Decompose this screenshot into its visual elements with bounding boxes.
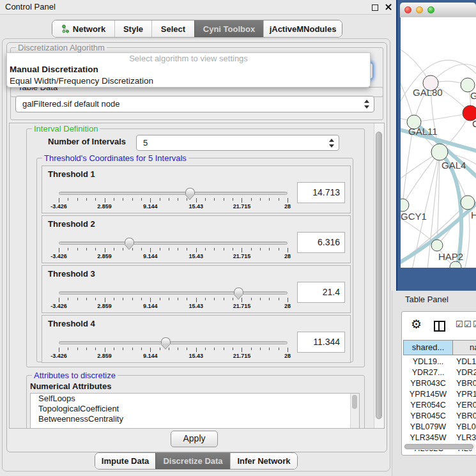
- tick-label: 15.43: [189, 253, 204, 259]
- tick-label: 9.144: [143, 203, 158, 210]
- table-data-value: galFiltered.sif default node: [22, 99, 119, 109]
- cell-name[interactable]: YER0: [453, 400, 476, 411]
- slider-thumb[interactable]: [234, 288, 243, 294]
- threshold-value-field[interactable]: 21.4: [297, 282, 345, 303]
- list-item-betweennesscentrality[interactable]: BetweennessCentrality: [31, 414, 359, 424]
- tick-mark: [242, 248, 242, 252]
- cell-name[interactable]: YBR0: [453, 411, 476, 422]
- tick-mark: [123, 348, 123, 350]
- scrollbar-thumb[interactable]: [376, 132, 382, 419]
- slider-track[interactable]: [59, 242, 288, 245]
- columns-icon[interactable]: [434, 321, 445, 332]
- tick-label: 15.43: [189, 353, 204, 359]
- cell-name[interactable]: YBL0: [453, 422, 476, 433]
- tick-label: -3.426: [50, 353, 67, 359]
- tab-infer-network[interactable]: Infer Network: [230, 453, 297, 469]
- table-row[interactable]: YBR043CYBR0: [403, 378, 476, 389]
- tick-mark: [86, 198, 87, 201]
- node-hap2[interactable]: [431, 240, 443, 251]
- list-item-selfloops[interactable]: SelfLoops: [31, 394, 359, 404]
- vertical-scrollbar[interactable]: [374, 123, 384, 428]
- column-header-shared-name[interactable]: shared...: [403, 340, 453, 355]
- tick-mark: [279, 248, 279, 250]
- cell-shared-name[interactable]: YDL19...: [403, 357, 453, 367]
- minimize-traffic-light-icon[interactable]: [416, 6, 423, 13]
- tick-mark: [169, 298, 169, 300]
- node-label: GAL80: [413, 87, 443, 98]
- node-gcy1[interactable]: [401, 199, 409, 211]
- tick-mark: [288, 348, 288, 352]
- tick-mark: [95, 348, 96, 350]
- table-row[interactable]: YDL19...YDL1: [403, 357, 476, 367]
- horizontal-scrollbar[interactable]: [404, 443, 475, 450]
- cell-shared-name[interactable]: YER054C: [403, 400, 453, 411]
- cell-shared-name[interactable]: YBL079W: [403, 422, 453, 433]
- tab-select[interactable]: Select: [151, 20, 194, 37]
- num-intervals-combobox[interactable]: 5: [136, 135, 339, 151]
- threshold-slider[interactable]: -3.4262.8599.14415.4321.71528: [59, 242, 288, 262]
- table-row[interactable]: YPR145WYPR1: [403, 389, 476, 400]
- network-window-titlebar[interactable]: [400, 3, 476, 18]
- tick-mark: [150, 298, 151, 302]
- slider-track[interactable]: [59, 291, 288, 295]
- tab-impute-data[interactable]: Impute Data: [95, 453, 155, 469]
- table-data-combobox[interactable]: galFiltered.sif default node: [15, 96, 374, 112]
- tab-style[interactable]: Style: [114, 20, 151, 37]
- cell-name[interactable]: YBR0: [453, 378, 476, 389]
- table-row[interactable]: YER054CYER0: [403, 400, 476, 411]
- list-item-topologicalcoefficient[interactable]: TopologicalCoefficient: [31, 404, 359, 414]
- cell-name[interactable]: YDR2: [453, 367, 476, 378]
- dropdown-option-equal-width-frequency-discretization[interactable]: Equal Width/Frequency Discretization: [7, 75, 370, 87]
- tick-mark: [59, 198, 59, 203]
- table-row[interactable]: YBL079WYBL0: [403, 422, 476, 433]
- checkbox-icon[interactable]: ☑: [464, 319, 472, 329]
- checkbox-icon[interactable]: ☑: [456, 319, 463, 329]
- hscrollbar-thumb[interactable]: [404, 444, 473, 449]
- node-h[interactable]: [461, 196, 475, 210]
- tab-network[interactable]: Network: [52, 20, 114, 37]
- cell-name[interactable]: YPR1: [453, 389, 476, 400]
- slider-thumb[interactable]: [185, 188, 195, 194]
- tab-cyni-toolbox[interactable]: Cyni Toolbox: [194, 20, 263, 37]
- threshold-slider[interactable]: -3.4262.8599.14415.4321.71528: [59, 192, 288, 212]
- tab-discretize-data[interactable]: Discretize Data: [155, 453, 230, 469]
- apply-button[interactable]: Apply: [171, 431, 218, 447]
- close-traffic-light-icon[interactable]: [404, 6, 411, 13]
- slider-thumb[interactable]: [161, 337, 171, 344]
- node-gal4[interactable]: [431, 144, 448, 160]
- cell-name[interactable]: YDL1: [453, 357, 476, 367]
- tick-mark: [196, 198, 197, 203]
- cell-shared-name[interactable]: YBR043C: [403, 378, 453, 389]
- slider-thumb[interactable]: [125, 238, 134, 244]
- cell-shared-name[interactable]: YLR345W: [403, 433, 453, 443]
- zoom-traffic-light-icon[interactable]: [427, 6, 434, 13]
- tab-jactivemnodules[interactable]: jActiveMNodules: [263, 20, 342, 37]
- threshold-slider[interactable]: -3.4262.8599.14415.4321.71528: [59, 291, 288, 312]
- gear-icon[interactable]: ⚙: [411, 317, 422, 331]
- threshold-value-field[interactable]: 6.316: [297, 232, 345, 253]
- table-row[interactable]: YBR045CYBR0: [403, 411, 476, 422]
- tick-mark: [59, 348, 59, 352]
- table-row[interactable]: YLR345WYLR3: [403, 433, 476, 443]
- column-header-name[interactable]: na: [453, 340, 476, 355]
- threshold-value-field[interactable]: 14.713: [297, 182, 345, 203]
- attributes-list[interactable]: SelfLoopsTopologicalCoefficientBetweenne…: [30, 393, 360, 429]
- float-icon[interactable]: [372, 4, 378, 11]
- threshold-slider[interactable]: -3.4262.8599.14415.4321.71528: [59, 341, 288, 362]
- table-row[interactable]: YDR27...YDR2: [403, 367, 476, 378]
- slider-track[interactable]: [59, 341, 288, 344]
- network-edge[interactable]: [414, 113, 470, 122]
- dropdown-option-manual-discretization[interactable]: Manual Discretization: [7, 64, 370, 75]
- checkbox-icon[interactable]: ☑: [473, 319, 476, 329]
- cell-shared-name[interactable]: YPR145W: [403, 389, 453, 400]
- attributes-list-scrollbar[interactable]: [350, 394, 359, 429]
- cell-name[interactable]: YLR3: [453, 433, 476, 443]
- close-icon[interactable]: [385, 3, 392, 11]
- cell-shared-name[interactable]: YDR27...: [403, 367, 453, 378]
- tick-mark: [251, 348, 252, 350]
- cell-shared-name[interactable]: YBR045C: [403, 411, 453, 422]
- network-canvas[interactable]: GAL80GCGAL11GAL4GCY1HHAP2: [401, 17, 476, 268]
- tick-label: 28: [284, 253, 291, 259]
- slider-track[interactable]: [59, 192, 288, 195]
- threshold-value-field[interactable]: 11.344: [297, 332, 345, 353]
